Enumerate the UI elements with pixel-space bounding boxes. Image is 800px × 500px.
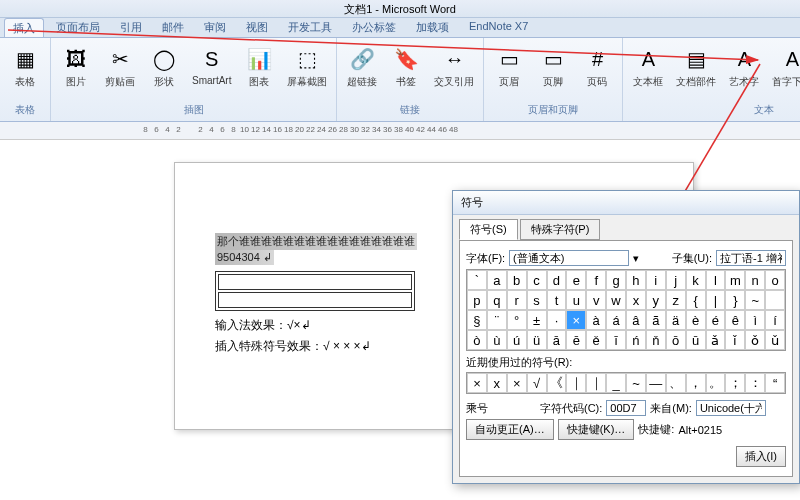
- recent-char-cell[interactable]: ~: [626, 373, 646, 393]
- ribbon-tab[interactable]: 视图: [238, 18, 276, 37]
- char-cell[interactable]: ń: [626, 330, 646, 350]
- char-code-input[interactable]: [606, 400, 646, 416]
- ribbon-button[interactable]: ⬚屏幕截图: [282, 40, 332, 92]
- char-cell[interactable]: a: [487, 270, 507, 290]
- char-cell[interactable]: y: [646, 290, 666, 310]
- ribbon-button[interactable]: A艺术字: [723, 40, 765, 92]
- recent-char-cell[interactable]: x: [487, 373, 507, 393]
- char-cell[interactable]: n: [745, 270, 765, 290]
- char-cell[interactable]: ã: [646, 310, 666, 330]
- char-cell[interactable]: o: [765, 270, 785, 290]
- recent-char-cell[interactable]: —: [646, 373, 666, 393]
- ribbon-button[interactable]: 📊图表: [238, 40, 280, 92]
- ribbon-button[interactable]: ↔交叉引用: [429, 40, 479, 92]
- char-cell[interactable]: ō: [666, 330, 686, 350]
- ribbon-button[interactable]: ✂剪贴画: [99, 40, 141, 92]
- char-cell[interactable]: l: [706, 270, 726, 290]
- subset-select[interactable]: [716, 250, 786, 266]
- char-cell[interactable]: à: [586, 310, 606, 330]
- recent-char-cell[interactable]: 《: [547, 373, 567, 393]
- recent-char-cell[interactable]: ｜: [586, 373, 606, 393]
- ribbon-tab[interactable]: 引用: [112, 18, 150, 37]
- dropdown-icon[interactable]: ▾: [633, 252, 639, 265]
- char-cell[interactable]: v: [586, 290, 606, 310]
- char-cell[interactable]: ·: [547, 310, 567, 330]
- char-cell[interactable]: t: [547, 290, 567, 310]
- char-cell[interactable]: ǐ: [725, 330, 745, 350]
- ribbon-button[interactable]: ▭页脚: [532, 40, 574, 92]
- char-cell[interactable]: í: [765, 310, 785, 330]
- ribbon-button[interactable]: ▦表格: [4, 40, 46, 92]
- tab-symbols[interactable]: 符号(S): [459, 219, 518, 240]
- char-cell[interactable]: ù: [487, 330, 507, 350]
- char-cell[interactable]: ā: [547, 330, 567, 350]
- char-cell[interactable]: i: [646, 270, 666, 290]
- char-cell[interactable]: w: [606, 290, 626, 310]
- char-cell[interactable]: ~: [745, 290, 765, 310]
- char-cell[interactable]: |: [706, 290, 726, 310]
- recent-char-cell[interactable]: ；: [725, 373, 745, 393]
- char-cell[interactable]: ê: [725, 310, 745, 330]
- ribbon-button[interactable]: ▤文档部件: [671, 40, 721, 92]
- char-cell[interactable]: h: [626, 270, 646, 290]
- char-cell[interactable]: §: [467, 310, 487, 330]
- doc-text-line[interactable]: 那个谁谁谁谁谁谁谁谁谁谁谁谁谁谁谁谁: [215, 233, 417, 250]
- char-cell[interactable]: ň: [646, 330, 666, 350]
- char-cell[interactable]: d: [547, 270, 567, 290]
- char-cell[interactable]: u: [566, 290, 586, 310]
- char-cell[interactable]: °: [507, 310, 527, 330]
- char-cell[interactable]: ì: [745, 310, 765, 330]
- char-cell[interactable]: e: [566, 270, 586, 290]
- char-cell[interactable]: ī: [606, 330, 626, 350]
- ribbon-tab[interactable]: EndNote X7: [461, 18, 536, 37]
- char-cell[interactable]: ǎ: [706, 330, 726, 350]
- ribbon-button[interactable]: A文本框: [627, 40, 669, 92]
- recent-char-cell[interactable]: ，: [686, 373, 706, 393]
- char-cell[interactable]: s: [527, 290, 547, 310]
- ribbon-tab[interactable]: 页面布局: [48, 18, 108, 37]
- doc-text-line[interactable]: 9504304 ↲: [215, 250, 274, 265]
- from-select[interactable]: [696, 400, 766, 416]
- ribbon-button[interactable]: ◯形状: [143, 40, 185, 92]
- recent-char-cell[interactable]: 。: [706, 373, 726, 393]
- recent-char-cell[interactable]: ：: [745, 373, 765, 393]
- recent-char-cell[interactable]: _: [606, 373, 626, 393]
- char-cell[interactable]: é: [706, 310, 726, 330]
- ribbon-tab[interactable]: 加载项: [408, 18, 457, 37]
- char-cell[interactable]: ū: [686, 330, 706, 350]
- ribbon-button[interactable]: 🔗超链接: [341, 40, 383, 92]
- char-cell[interactable]: m: [725, 270, 745, 290]
- char-cell[interactable]: r: [507, 290, 527, 310]
- ribbon-button[interactable]: 🔖书签: [385, 40, 427, 92]
- ribbon-button[interactable]: #页码: [576, 40, 618, 92]
- shortcut-key-button[interactable]: 快捷键(K)…: [558, 419, 635, 440]
- char-cell[interactable]: c: [527, 270, 547, 290]
- autocorrect-button[interactable]: 自动更正(A)…: [466, 419, 554, 440]
- char-cell[interactable]: j: [666, 270, 686, 290]
- char-cell[interactable]: ǔ: [765, 330, 785, 350]
- char-cell[interactable]: ǒ: [745, 330, 765, 350]
- char-cell[interactable]: q: [487, 290, 507, 310]
- ribbon-tab[interactable]: 邮件: [154, 18, 192, 37]
- ribbon-tab[interactable]: 开发工具: [280, 18, 340, 37]
- char-cell[interactable]: `: [467, 270, 487, 290]
- char-cell[interactable]: ě: [586, 330, 606, 350]
- char-cell[interactable]: {: [686, 290, 706, 310]
- recent-char-cell[interactable]: ｜: [566, 373, 586, 393]
- char-cell[interactable]: ò: [467, 330, 487, 350]
- char-cell[interactable]: á: [606, 310, 626, 330]
- char-cell[interactable]: ä: [666, 310, 686, 330]
- ribbon-button[interactable]: ▭页眉: [488, 40, 530, 92]
- char-cell[interactable]: ×: [566, 310, 586, 330]
- ribbon-button[interactable]: A首字下沉: [767, 40, 800, 92]
- char-cell[interactable]: ±: [527, 310, 547, 330]
- char-cell[interactable]: b: [507, 270, 527, 290]
- recent-char-cell[interactable]: “: [765, 373, 785, 393]
- char-cell[interactable]: z: [666, 290, 686, 310]
- tab-special-chars[interactable]: 特殊字符(P): [520, 219, 601, 240]
- font-select[interactable]: [509, 250, 629, 266]
- char-cell[interactable]: k: [686, 270, 706, 290]
- char-cell[interactable]: g: [606, 270, 626, 290]
- char-cell[interactable]: ¨: [487, 310, 507, 330]
- char-cell[interactable]: x: [626, 290, 646, 310]
